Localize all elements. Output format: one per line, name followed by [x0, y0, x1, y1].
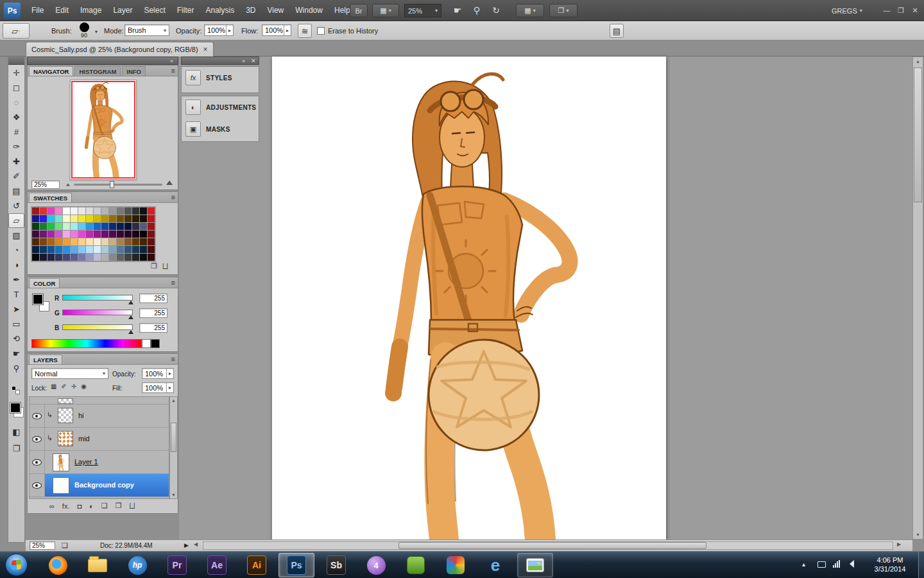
lock-transparency-icon[interactable]: ▦	[51, 383, 56, 390]
blur-tool[interactable]: ◔	[8, 243, 24, 258]
quick-selection-tool[interactable]: ❖	[8, 110, 24, 125]
swatch[interactable]	[148, 215, 155, 222]
tab-info[interactable]: INFO	[122, 66, 146, 76]
swatch[interactable]	[86, 246, 93, 253]
swatch[interactable]	[109, 215, 116, 222]
swatch[interactable]	[78, 223, 85, 230]
panel-menu-icon[interactable]: ≡	[171, 279, 175, 286]
gradient-tool[interactable]: ▧	[8, 228, 24, 243]
taskbar-illustrator[interactable]: Ai	[239, 553, 275, 577]
swatch[interactable]	[32, 231, 39, 238]
tab-navigator[interactable]: NAVIGATOR	[29, 66, 73, 76]
taskbar-purple-app[interactable]: 4	[358, 553, 394, 577]
lock-pixels-icon[interactable]: ✐	[61, 383, 66, 390]
swatch[interactable]	[101, 215, 108, 222]
swatch[interactable]	[140, 207, 147, 215]
rotate-view-button[interactable]: ↻	[489, 4, 503, 17]
bridge-button[interactable]: Br	[350, 4, 368, 17]
hand-tool[interactable]: ☛	[8, 346, 24, 361]
scroll-left-icon[interactable]: ◀	[194, 541, 198, 547]
hand-tool-button[interactable]: ☛	[450, 4, 465, 17]
scratch-disk-icon[interactable]: ❏	[62, 541, 68, 550]
swatch[interactable]	[78, 246, 85, 253]
swatch[interactable]	[86, 254, 93, 261]
navigator-view-proxy[interactable]	[71, 81, 135, 179]
color-spectrum-ramp[interactable]	[31, 339, 142, 348]
swatch[interactable]	[140, 254, 147, 261]
taskbar-photoshop[interactable]: Ps	[278, 553, 314, 577]
swatch[interactable]	[109, 231, 116, 238]
screen-mode-dropdown[interactable]: ❐▾	[549, 4, 578, 17]
tool-strip-header[interactable]	[8, 57, 24, 65]
swatch[interactable]	[47, 246, 55, 253]
canvas[interactable]	[272, 57, 666, 539]
layer-thumbnail[interactable]	[58, 408, 73, 423]
lock-position-icon[interactable]: ✛	[71, 383, 76, 390]
swatch[interactable]	[101, 223, 108, 230]
mode-select[interactable]: Brush▾	[124, 24, 169, 36]
lasso-tool[interactable]: ◌	[8, 95, 24, 110]
swatch[interactable]	[71, 254, 78, 261]
swatch[interactable]	[148, 207, 155, 215]
menu-item[interactable]: Image	[74, 0, 107, 21]
scroll-up-icon[interactable]: ▲	[170, 398, 177, 403]
channel-value-field[interactable]: 255	[139, 323, 167, 333]
taskbar-green-app[interactable]	[398, 553, 434, 577]
status-play-icon[interactable]: ▶	[184, 542, 189, 548]
collapse-dock-icon[interactable]: »	[242, 58, 245, 64]
tray-display-icon[interactable]	[817, 561, 826, 568]
swatch[interactable]	[132, 246, 139, 253]
layer-name[interactable]: hi	[78, 412, 84, 419]
panel-menu-icon[interactable]: ≡	[171, 355, 175, 363]
default-colors-icon[interactable]	[15, 390, 20, 394]
tab-swatches[interactable]: SWATCHES	[29, 193, 72, 202]
flow-spinner[interactable]: ▸	[284, 25, 291, 35]
zoom-level-select[interactable]: 25%▾	[404, 4, 441, 17]
swatch[interactable]	[132, 215, 139, 222]
swatch[interactable]	[94, 231, 101, 238]
swatch[interactable]	[55, 254, 62, 261]
swatch[interactable]	[86, 223, 93, 230]
swatch[interactable]	[117, 207, 124, 215]
taskbar-sketchbook[interactable]: Sb	[318, 553, 354, 577]
swatch[interactable]	[132, 207, 139, 215]
shape-tool[interactable]: ▭	[8, 317, 24, 331]
start-button[interactable]	[5, 554, 28, 576]
swatch[interactable]	[55, 215, 62, 222]
swatch[interactable]	[40, 207, 47, 215]
swatch[interactable]	[94, 254, 101, 261]
panel-menu-icon[interactable]: ≡	[171, 67, 175, 74]
swatch[interactable]	[47, 223, 55, 230]
blend-mode-select[interactable]: Normal▾	[31, 368, 108, 379]
swatch[interactable]	[148, 231, 155, 238]
canvas-horizontal-scrollbar[interactable]	[203, 541, 893, 550]
swatch[interactable]	[117, 223, 124, 230]
menu-item[interactable]: Filter	[171, 0, 200, 21]
view-extras-dropdown[interactable]: ▦▾	[372, 4, 399, 17]
swatch[interactable]	[109, 246, 116, 253]
visibility-eye-icon[interactable]	[32, 436, 42, 442]
taskbar-hp[interactable]: hp	[119, 553, 155, 577]
workspace-switcher[interactable]: GREGS▾	[832, 4, 862, 17]
rotate-view-tool[interactable]: ⟲	[8, 331, 24, 346]
document-tab[interactable]: Cosmic_Sally.psd @ 25% (Background copy,…	[26, 42, 214, 57]
layer-fill-field[interactable]: 100%▸	[142, 382, 174, 393]
swatch[interactable]	[40, 215, 47, 222]
channel-slider-thumb[interactable]	[128, 330, 133, 334]
show-hidden-icons-chevron[interactable]: ▴	[802, 561, 805, 568]
doc-size-readout[interactable]: Doc: 22.9M/84.4M	[100, 542, 153, 549]
taskbar-firefox[interactable]	[40, 553, 76, 577]
scroll-down-icon[interactable]: ▼	[913, 532, 923, 537]
swatch[interactable]	[63, 254, 70, 261]
swatch[interactable]	[55, 207, 62, 215]
taskbar-explorer[interactable]	[80, 553, 116, 577]
canvas-vertical-scrollbar[interactable]: ▲ ▼	[912, 57, 923, 539]
swatch[interactable]	[101, 238, 108, 245]
tab-histogram[interactable]: HISTOGRAM	[74, 66, 121, 76]
taskbar-color-app[interactable]	[438, 553, 474, 577]
swatch[interactable]	[140, 215, 147, 222]
swatch[interactable]	[148, 238, 155, 245]
swatch[interactable]	[71, 246, 78, 253]
channel-slider[interactable]	[62, 295, 133, 301]
scrollbar-thumb[interactable]	[914, 67, 922, 202]
